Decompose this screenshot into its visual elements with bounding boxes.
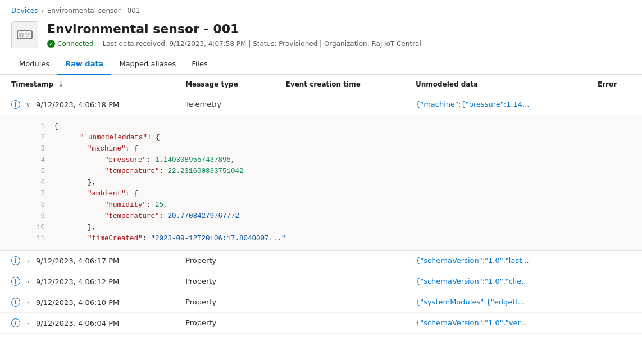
sort-arrow-icon: ↓	[58, 80, 63, 88]
message-type-value: Property	[174, 251, 274, 271]
device-info: Environmental sensor - 001 Connected | L…	[47, 21, 421, 48]
device-icon	[11, 21, 38, 48]
status-dot-icon	[47, 40, 55, 48]
unmodeled-data-value[interactable]: {"schemaVersion":"1.0","last...	[404, 251, 586, 271]
col-header-message-type: Message type	[174, 75, 274, 94]
expand-icon[interactable]: ›	[24, 298, 33, 307]
expand-icon[interactable]: ∨	[24, 100, 33, 109]
svg-rect-1	[19, 33, 24, 37]
table-row: i › 9/12/2023, 4:06:10 PM Property {"sys…	[0, 292, 642, 313]
breadcrumb-separator: ›	[41, 7, 43, 15]
event-creation-time-value	[275, 292, 404, 313]
data-table-container: Timestamp ↓ Message type Event creation …	[0, 75, 642, 334]
expanded-code-row: 1{ 2 "_unmodeleddata": { 3 "machine": { …	[0, 115, 642, 251]
timestamp-value: 9/12/2023, 4:06:18 PM	[36, 101, 119, 109]
error-value	[586, 251, 642, 271]
col-header-event-creation-time: Event creation time	[275, 75, 404, 94]
event-creation-time-value	[275, 94, 404, 115]
expand-icon[interactable]: ›	[24, 256, 33, 265]
table-row: i › 9/12/2023, 4:06:17 PM Property {"sch…	[0, 251, 642, 271]
message-type-value: Property	[174, 292, 274, 313]
table-row: i ∨ 9/12/2023, 4:06:18 PM Telemetry {"ma…	[0, 94, 642, 115]
expand-icon[interactable]: ›	[24, 319, 33, 327]
info-icon[interactable]: i	[11, 256, 20, 265]
timestamp-value: 9/12/2023, 4:06:10 PM	[36, 298, 119, 307]
message-type-value: Property	[174, 313, 274, 334]
error-value	[586, 313, 642, 334]
table-row: i › 9/12/2023, 4:06:04 PM Property {"sch…	[0, 313, 642, 334]
event-creation-time-value	[275, 251, 404, 271]
tab-bar: Modules Raw data Mapped aliases Files	[0, 55, 642, 75]
data-table: Timestamp ↓ Message type Event creation …	[0, 75, 642, 334]
tab-files[interactable]: Files	[184, 55, 216, 75]
error-value	[586, 271, 642, 292]
device-title: Environmental sensor - 001	[47, 21, 421, 38]
error-value	[586, 292, 642, 313]
device-meta: Connected | Last data received: 9/12/202…	[47, 40, 421, 48]
unmodeled-data-value[interactable]: {"systemModules":{"edgeH...	[404, 292, 586, 313]
unmodeled-data-value[interactable]: {"schemaVersion":"1.0","clie...	[404, 271, 586, 292]
tab-raw-data[interactable]: Raw data	[57, 55, 111, 75]
device-meta-text: Last data received: 9/12/2023, 4:07:58 P…	[103, 40, 421, 48]
timestamp-value: 9/12/2023, 4:06:12 PM	[36, 277, 119, 286]
code-block: 1{ 2 "_unmodeleddata": { 3 "machine": { …	[0, 115, 642, 250]
event-creation-time-value	[275, 271, 404, 292]
expand-icon[interactable]: ›	[24, 277, 33, 286]
message-type-value: Telemetry	[174, 94, 274, 115]
col-header-error: Error	[586, 75, 642, 94]
info-icon[interactable]: i	[11, 100, 20, 109]
error-value	[586, 94, 642, 115]
col-header-unmodeled-data: Unmodeled data	[404, 75, 586, 94]
info-icon[interactable]: i	[11, 298, 20, 307]
event-creation-time-value	[275, 313, 404, 334]
device-header: Environmental sensor - 001 Connected | L…	[0, 17, 642, 55]
tab-modules[interactable]: Modules	[11, 55, 57, 75]
main-content: Timestamp ↓ Message type Event creation …	[0, 75, 642, 334]
message-type-value: Property	[174, 271, 274, 292]
timestamp-value: 9/12/2023, 4:06:17 PM	[36, 257, 119, 265]
col-header-timestamp[interactable]: Timestamp ↓	[0, 75, 174, 94]
breadcrumb-current: Environmental sensor - 001	[47, 7, 140, 15]
timestamp-value: 9/12/2023, 4:06:04 PM	[36, 319, 119, 327]
breadcrumb: Devices › Environmental sensor - 001	[0, 0, 642, 17]
unmodeled-data-value[interactable]: {"schemaVersion":"1.0","ver...	[404, 313, 586, 334]
tab-mapped-aliases[interactable]: Mapped aliases	[111, 55, 184, 75]
breadcrumb-devices-link[interactable]: Devices	[11, 7, 38, 15]
info-icon[interactable]: i	[11, 277, 20, 286]
table-row: i › 9/12/2023, 4:06:12 PM Property {"sch…	[0, 271, 642, 292]
connection-status: Connected	[47, 40, 94, 48]
info-icon[interactable]: i	[11, 319, 20, 327]
unmodeled-data-value[interactable]: {"machine":{"pressure":1.14...	[404, 94, 586, 115]
